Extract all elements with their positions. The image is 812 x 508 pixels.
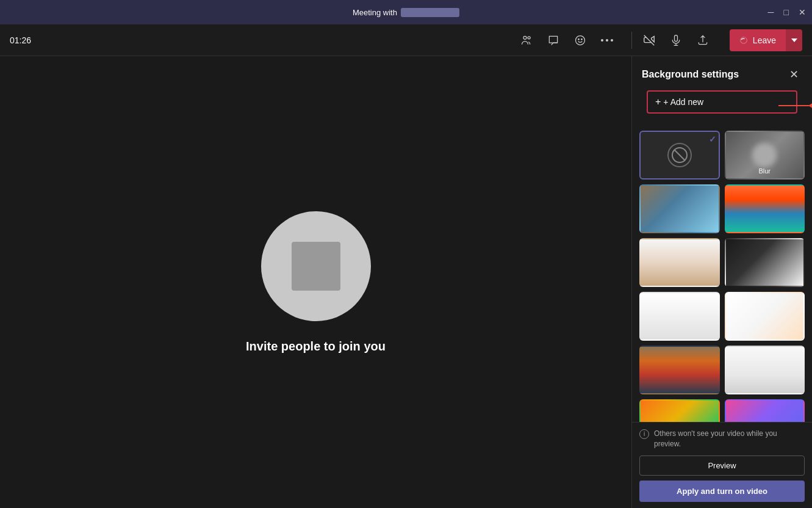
title-bar: Meeting with ─ □ ✕ xyxy=(0,0,812,24)
reactions-button[interactable] xyxy=(568,28,592,53)
info-icon: i xyxy=(639,429,649,439)
bg-thumbnail-loft[interactable] xyxy=(639,346,720,394)
svg-rect-8 xyxy=(674,35,677,41)
selected-checkmark: ✓ xyxy=(709,134,716,144)
mic-button[interactable] xyxy=(664,28,688,53)
leave-label: Leave xyxy=(753,35,776,45)
preview-label: Preview xyxy=(708,461,736,470)
apply-button[interactable]: Apply and turn on video xyxy=(639,481,805,502)
thumbnails-container: ✓ Blur xyxy=(632,128,812,422)
call-timer: 01:26 xyxy=(10,35,31,45)
close-button[interactable]: ✕ xyxy=(799,7,806,17)
leave-button[interactable]: Leave xyxy=(730,29,786,51)
title-text: Meeting with xyxy=(353,8,397,17)
add-new-button[interactable]: + + Add new xyxy=(647,90,797,114)
main-area: Invite people to join you Background set… xyxy=(0,56,812,508)
bg-thumbnail-gradient2[interactable] xyxy=(725,399,805,422)
bg-thumbnail-city[interactable] xyxy=(725,184,805,233)
bg-thumbnail-room1[interactable] xyxy=(639,238,720,287)
close-bg-panel-button[interactable]: ✕ xyxy=(785,66,802,83)
svg-point-2 xyxy=(575,35,584,45)
preview-note-text: Others won't see your video while you pr… xyxy=(654,429,805,449)
bg-panel-footer: i Others won't see your video while you … xyxy=(632,422,812,508)
bg-settings-panel: Background settings ✕ + + Add new xyxy=(631,56,812,508)
svg-point-3 xyxy=(578,38,580,40)
preview-button[interactable]: Preview xyxy=(639,455,805,476)
avatar-circle xyxy=(261,211,371,321)
bg-thumbnail-gradient1[interactable] xyxy=(639,399,720,422)
no-bg-icon xyxy=(667,143,692,167)
add-icon: + xyxy=(655,96,661,107)
preview-note: i Others won't see your video while you … xyxy=(639,429,805,449)
leave-dropdown-button[interactable] xyxy=(786,29,802,51)
bg-thumbnail-minimal[interactable] xyxy=(725,346,805,394)
blur-preview-circle xyxy=(752,143,777,167)
annotation-arrow xyxy=(777,103,812,109)
invite-text: Invite people to join you xyxy=(246,339,386,354)
bg-thumbnail-white2[interactable] xyxy=(725,292,805,341)
window-controls: ─ □ ✕ xyxy=(768,7,806,17)
more-button[interactable] xyxy=(595,28,619,53)
svg-point-0 xyxy=(523,36,526,39)
bg-thumbnail-office1[interactable] xyxy=(639,184,720,233)
share-button[interactable] xyxy=(691,28,715,53)
toolbar-media-buttons xyxy=(637,28,715,53)
svg-point-6 xyxy=(606,39,608,42)
toolbar-icons xyxy=(514,28,619,53)
maximize-button[interactable]: □ xyxy=(784,7,789,17)
video-area: Invite people to join you xyxy=(0,56,631,508)
bg-panel-header: Background settings ✕ xyxy=(632,56,812,90)
avatar-placeholder xyxy=(292,242,340,291)
bg-thumbnail-white1[interactable] xyxy=(639,292,720,341)
chat-button[interactable] xyxy=(541,28,566,53)
toolbar: 01:26 xyxy=(0,24,812,56)
bg-thumbnail-none[interactable]: ✓ xyxy=(639,131,720,180)
video-off-button[interactable] xyxy=(637,28,661,53)
blur-label: Blur xyxy=(758,167,771,175)
bg-panel-title: Background settings xyxy=(642,69,739,80)
bg-thumbnail-modern[interactable] xyxy=(725,238,805,287)
people-button[interactable] xyxy=(514,28,539,53)
toolbar-divider xyxy=(631,32,632,49)
title-bar-title: Meeting with xyxy=(353,8,459,17)
svg-point-1 xyxy=(528,36,530,38)
apply-label: Apply and turn on video xyxy=(677,487,767,496)
meeting-name-blurred xyxy=(401,8,459,17)
thumbnails-grid: ✓ Blur xyxy=(639,131,805,422)
svg-line-10 xyxy=(674,150,685,161)
add-new-label: + Add new xyxy=(663,97,703,107)
svg-point-4 xyxy=(581,38,583,40)
svg-point-5 xyxy=(601,39,603,42)
svg-point-7 xyxy=(611,39,613,42)
bg-thumbnail-blur[interactable]: Blur xyxy=(725,131,805,180)
minimize-button[interactable]: ─ xyxy=(768,7,774,17)
